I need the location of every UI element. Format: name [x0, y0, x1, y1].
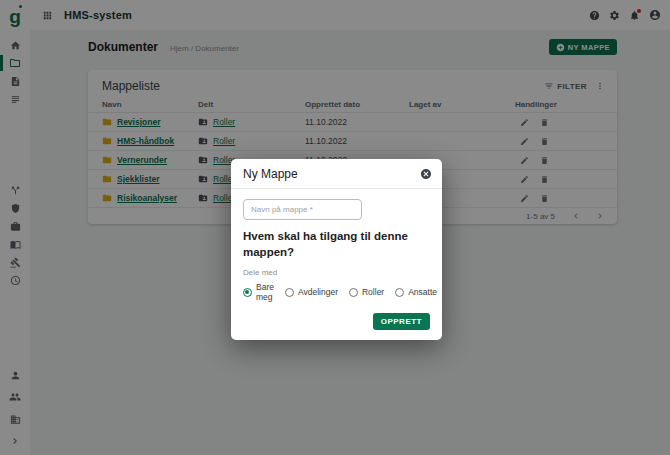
radio-avdelinger[interactable]: Avdelinger: [285, 287, 338, 297]
radio-icon: [349, 288, 358, 297]
radio-label: Roller: [362, 287, 384, 297]
radio-icon: [243, 288, 252, 297]
folder-name-input[interactable]: [243, 199, 362, 220]
radio-label: Bare meg: [256, 282, 274, 302]
modal-header: Ny Mappe: [231, 159, 442, 189]
radio-ansatte[interactable]: Ansatte: [395, 287, 437, 297]
radio-roller[interactable]: Roller: [349, 287, 384, 297]
app-window: g HMS-system: [0, 0, 670, 455]
share-with-label: Dele med: [243, 268, 430, 277]
create-button[interactable]: OPPRETT: [373, 313, 430, 330]
radio-label: Avdelinger: [298, 287, 338, 297]
radio-icon: [285, 288, 294, 297]
radio-bare-meg[interactable]: Bare meg: [243, 282, 274, 302]
radio-icon: [395, 288, 404, 297]
close-icon[interactable]: [420, 168, 432, 180]
share-radio-group: Bare meg Avdelinger Roller Ansatte: [243, 282, 430, 302]
new-folder-modal: Ny Mappe Hvem skal ha tilgang til denne …: [231, 159, 442, 340]
modal-footer: OPPRETT: [231, 302, 442, 340]
access-question: Hvem skal ha tilgang til denne mappen?: [243, 229, 418, 260]
modal-title: Ny Mappe: [243, 167, 298, 181]
modal-body: Hvem skal ha tilgang til denne mappen? D…: [231, 189, 442, 302]
radio-label: Ansatte: [408, 287, 437, 297]
